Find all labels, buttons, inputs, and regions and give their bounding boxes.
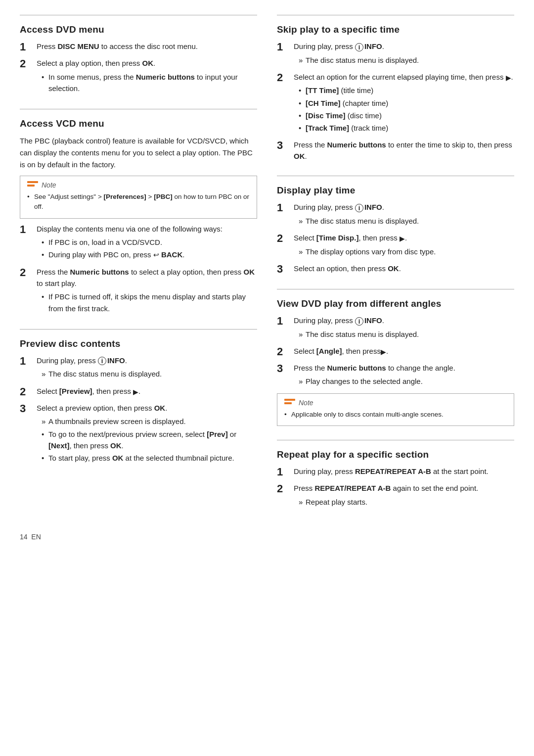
step-content: Select [Time Disp.], then press ▶. The d… [294,233,514,258]
step-vcd-1: 1 Display the contents menu via one of t… [20,224,257,262]
section-title-display-time: Display play time [277,185,514,196]
note-icon [284,399,295,407]
section-access-dvd-menu: Access DVD menu 1 Press DISC MENU to acc… [20,15,257,109]
step-preview-1: 1 During play, press iINFO. The disc sta… [20,355,257,381]
note-box-angles: Note Applicable only to discs contain mu… [277,393,514,426]
sub-item-arrow: The disc status menu is displayed. [299,215,514,227]
step-content: Select an option for the current elapsed… [294,72,514,135]
step-text: During play, press iINFO. [294,41,514,52]
step-content: Display the contents menu via one of the… [37,224,257,262]
step-list-skip: 1 During play, press iINFO. The disc sta… [277,41,514,162]
note-list: See "Adjust settings" > [Preferences] > … [27,192,250,212]
section-preview-disc: Preview disc contents 1 During play, pre… [20,329,257,478]
sub-list: The disc status menu is displayed. [37,368,257,379]
note-lines-icon [27,181,38,189]
step-text: During play, press iINFO. [294,202,514,213]
note-header: Note [284,399,507,407]
step-preview-2: 2 Select [Preview], then press ▶. [20,386,257,398]
step-number: 3 [277,140,291,151]
step-text: Select [Time Disp.], then press ▶. [294,233,514,244]
step-dvd-2: 2 Select a play option, then press OK. I… [20,58,257,95]
step-dtime-1: 1 During play, press iINFO. The disc sta… [277,202,514,228]
step-number: 3 [277,263,291,275]
note-list: Applicable only to discs contain multi-a… [284,410,507,420]
section-title-skip: Skip play to a specific time [277,24,514,35]
step-text: Press the Numeric buttons to select a pl… [37,267,257,289]
sub-list: The disc status menu is displayed. [294,329,514,340]
step-content: Select an option, then press OK. [294,263,514,275]
svg-rect-3 [284,402,292,404]
sub-list: If PBC is turned off, it skips the menu … [37,291,257,314]
sub-list: In some menus, press the Numeric buttons… [37,71,257,94]
note-box-vcd: Note See "Adjust settings" > [Preference… [20,176,257,219]
step-number: 3 [277,363,291,375]
step-number: 2 [20,58,34,70]
section-display-play-time: Display play time 1 During play, press i… [277,176,514,289]
section-access-vcd-menu: Access VCD menu The PBC (playback contro… [20,109,257,329]
step-text: During play, press REPEAT/REPEAT A-B at … [294,466,514,477]
left-column: Access DVD menu 1 Press DISC MENU to acc… [20,15,257,522]
step-skip-1: 1 During play, press iINFO. The disc sta… [277,41,514,67]
note-content: See "Adjust settings" > [Preferences] > … [27,192,250,212]
sub-item-arrow: Play changes to the selected angle. [299,376,514,387]
page-number: 14 EN [20,533,41,541]
step-number: 1 [20,41,34,53]
note-header: Note [27,181,250,189]
sub-item: In some menus, press the Numeric buttons… [42,71,257,94]
step-vcd-2: 2 Press the Numeric buttons to select a … [20,267,257,315]
step-list-vcd: 1 Display the contents menu via one of t… [20,224,257,315]
step-text: Press DISC MENU to access the disc root … [37,41,257,52]
sub-item: During play with PBC on, press ↩ BACK. [42,249,257,261]
sub-list: The disc status menu is displayed. [294,54,514,66]
step-number: 1 [20,224,34,236]
step-content: Press the Numeric buttons to enter the t… [294,140,514,162]
section-title-repeat: Repeat play for a specific section [277,449,514,460]
step-content: During play, press iINFO. The disc statu… [37,355,257,381]
sub-item: To start play, press OK at the selected … [42,452,257,464]
step-number: 1 [277,315,291,327]
sub-item: If PBC is on, load in a VCD/SVCD. [42,236,257,248]
sub-list: A thumbnails preview screen is displayed… [37,416,257,464]
sub-list: Play changes to the selected angle. [294,376,514,387]
step-number: 1 [277,202,291,214]
note-content: Applicable only to discs contain multi-a… [284,410,507,420]
section-title-dvd-menu: Access DVD menu [20,24,257,35]
sub-item-arrow: The disc status menu is displayed. [299,329,514,340]
note-lines-icon [284,399,295,407]
note-icon [27,181,38,189]
sub-item-arrow: A thumbnails preview screen is displayed… [42,416,257,427]
step-text: Select an option, then press OK. [294,263,514,275]
step-text: Select [Preview], then press ▶. [37,386,257,397]
svg-rect-2 [284,399,295,401]
note-item: Applicable only to discs contain multi-a… [284,410,507,420]
right-column: Skip play to a specific time 1 During pl… [277,15,514,522]
sub-item: If PBC is turned off, it skips the menu … [42,291,257,314]
sub-item: [Disc Time] (disc time) [299,110,514,121]
step-repeat-1: 1 During play, press REPEAT/REPEAT A-B a… [277,466,514,478]
step-number: 1 [20,355,34,367]
sub-item: [TT Time] (title time) [299,85,514,96]
step-text: Select a preview option, then press OK. [37,403,257,414]
note-label: Note [299,399,313,407]
step-content: Select [Preview], then press ▶. [37,386,257,397]
step-text: Select [Angle], then press▶. [294,346,514,357]
step-text: Select a play option, then press OK. [37,58,257,69]
sub-item: [Track Time] (track time) [299,122,514,134]
step-list-display-time: 1 During play, press iINFO. The disc sta… [277,202,514,275]
step-text: Press the Numeric buttons to enter the t… [294,140,514,162]
step-angle-1: 1 During play, press iINFO. The disc sta… [277,315,514,341]
step-repeat-2: 2 Press REPEAT/REPEAT A-B again to set t… [277,483,514,509]
step-number: 2 [20,386,34,398]
step-content: Press REPEAT/REPEAT A-B again to set the… [294,483,514,509]
step-number: 3 [20,403,34,415]
step-number: 2 [277,346,291,358]
sub-item: To go to the next/previous prview screen… [42,428,257,452]
section-title-vcd-menu: Access VCD menu [20,118,257,129]
step-list-preview: 1 During play, press iINFO. The disc sta… [20,355,257,465]
step-content: Select a preview option, then press OK. … [37,403,257,465]
step-number: 1 [277,466,291,478]
step-angle-2: 2 Select [Angle], then press▶. [277,346,514,358]
step-skip-3: 3 Press the Numeric buttons to enter the… [277,140,514,162]
step-skip-2: 2 Select an option for the current elaps… [277,72,514,135]
section-dvd-angles: View DVD play from different angles 1 Du… [277,289,514,440]
